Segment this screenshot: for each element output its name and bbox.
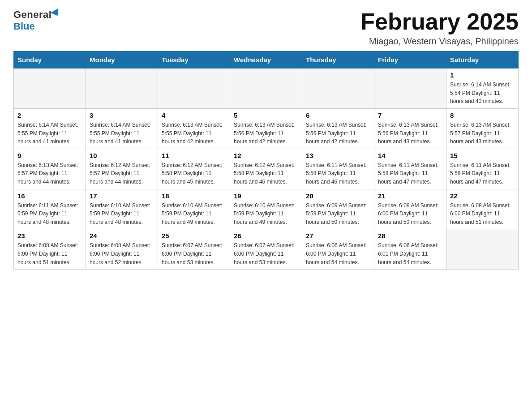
day-number: 18 [162,192,226,200]
calendar-day-cell: 9Sunrise: 6:13 AM Sunset: 5:57 PM Daylig… [14,149,86,189]
page-header: General Blue February 2025 Miagao, Weste… [13,9,519,47]
calendar-day-cell: 12Sunrise: 6:12 AM Sunset: 5:58 PM Dayli… [230,149,302,189]
calendar-day-cell [374,68,446,109]
calendar-day-cell: 1Sunrise: 6:14 AM Sunset: 5:54 PM Daylig… [446,68,519,109]
calendar-day-cell: 18Sunrise: 6:10 AM Sunset: 5:59 PM Dayli… [158,189,230,229]
day-info: Sunrise: 6:13 AM Sunset: 5:56 PM Dayligh… [234,121,298,146]
calendar-day-cell: 10Sunrise: 6:12 AM Sunset: 5:57 PM Dayli… [86,149,158,189]
day-info: Sunrise: 6:12 AM Sunset: 5:58 PM Dayligh… [234,161,298,186]
calendar-day-cell [302,68,374,109]
calendar-day-cell: 26Sunrise: 6:07 AM Sunset: 6:00 PM Dayli… [230,229,302,270]
title-block: February 2025 Miagao, Western Visayas, P… [360,9,519,47]
calendar-day-cell: 19Sunrise: 6:10 AM Sunset: 5:59 PM Dayli… [230,189,302,229]
day-number: 10 [90,152,154,159]
day-info: Sunrise: 6:08 AM Sunset: 6:00 PM Dayligh… [17,241,82,266]
day-of-week-header: Sunday [14,51,86,68]
calendar-day-cell [86,68,158,109]
calendar-day-cell [230,68,302,109]
day-number: 26 [234,232,298,240]
calendar-day-cell: 5Sunrise: 6:13 AM Sunset: 5:56 PM Daylig… [230,108,302,149]
calendar-day-cell: 27Sunrise: 6:06 AM Sunset: 6:00 PM Dayli… [302,229,374,270]
day-number: 8 [450,111,515,119]
day-info: Sunrise: 6:14 AM Sunset: 5:55 PM Dayligh… [17,121,82,146]
calendar-day-cell: 22Sunrise: 6:08 AM Sunset: 6:00 PM Dayli… [446,189,519,229]
calendar-subtitle: Miagao, Western Visayas, Philippines [360,36,519,47]
day-info: Sunrise: 6:13 AM Sunset: 5:55 PM Dayligh… [162,121,226,146]
calendar-day-cell: 4Sunrise: 6:13 AM Sunset: 5:55 PM Daylig… [158,108,230,149]
calendar-day-cell: 13Sunrise: 6:11 AM Sunset: 5:58 PM Dayli… [302,149,374,189]
calendar-day-cell: 3Sunrise: 6:14 AM Sunset: 5:55 PM Daylig… [86,108,158,149]
logo-blue-text: Blue [13,21,35,32]
logo-triangle-icon [51,8,61,18]
calendar-week-row: 23Sunrise: 6:08 AM Sunset: 6:00 PM Dayli… [14,229,519,270]
day-number: 12 [234,152,298,159]
day-number: 22 [450,192,515,200]
day-info: Sunrise: 6:13 AM Sunset: 5:56 PM Dayligh… [306,121,370,146]
day-number: 13 [306,152,370,159]
day-info: Sunrise: 6:14 AM Sunset: 5:55 PM Dayligh… [90,121,154,146]
day-number: 2 [17,111,82,119]
day-number: 17 [90,192,154,200]
day-number: 4 [162,111,226,119]
day-info: Sunrise: 6:09 AM Sunset: 6:00 PM Dayligh… [378,201,442,227]
day-number: 5 [234,111,298,119]
day-number: 23 [17,232,82,240]
calendar-day-cell: 14Sunrise: 6:11 AM Sunset: 5:58 PM Dayli… [374,149,446,189]
calendar-day-cell: 17Sunrise: 6:10 AM Sunset: 5:59 PM Dayli… [86,189,158,229]
calendar-day-cell: 8Sunrise: 6:13 AM Sunset: 5:57 PM Daylig… [446,108,519,149]
day-info: Sunrise: 6:11 AM Sunset: 5:58 PM Dayligh… [306,161,370,186]
day-number: 24 [90,232,154,240]
calendar-day-cell: 24Sunrise: 6:08 AM Sunset: 6:00 PM Dayli… [86,229,158,270]
calendar-table: SundayMondayTuesdayWednesdayThursdayFrid… [13,51,519,270]
day-info: Sunrise: 6:10 AM Sunset: 5:59 PM Dayligh… [234,201,298,227]
calendar-day-cell: 25Sunrise: 6:07 AM Sunset: 6:00 PM Dayli… [158,229,230,270]
calendar-day-cell: 7Sunrise: 6:13 AM Sunset: 5:56 PM Daylig… [374,108,446,149]
calendar-week-row: 2Sunrise: 6:14 AM Sunset: 5:55 PM Daylig… [14,108,519,149]
day-info: Sunrise: 6:10 AM Sunset: 5:59 PM Dayligh… [162,201,226,227]
calendar-day-cell: 28Sunrise: 6:06 AM Sunset: 6:01 PM Dayli… [374,229,446,270]
calendar-day-cell [158,68,230,109]
day-of-week-header: Friday [374,51,446,68]
day-info: Sunrise: 6:06 AM Sunset: 6:01 PM Dayligh… [378,241,442,266]
day-of-week-header: Wednesday [230,51,302,68]
calendar-week-row: 1Sunrise: 6:14 AM Sunset: 5:54 PM Daylig… [14,68,519,109]
day-info: Sunrise: 6:09 AM Sunset: 5:59 PM Dayligh… [306,201,370,227]
calendar-day-cell: 6Sunrise: 6:13 AM Sunset: 5:56 PM Daylig… [302,108,374,149]
day-info: Sunrise: 6:06 AM Sunset: 6:00 PM Dayligh… [306,241,370,266]
calendar-day-cell: 15Sunrise: 6:11 AM Sunset: 5:58 PM Dayli… [446,149,519,189]
day-info: Sunrise: 6:13 AM Sunset: 5:56 PM Dayligh… [378,121,442,146]
day-info: Sunrise: 6:11 AM Sunset: 5:58 PM Dayligh… [378,161,442,186]
day-info: Sunrise: 6:07 AM Sunset: 6:00 PM Dayligh… [234,241,298,266]
day-number: 15 [450,152,515,159]
calendar-day-cell: 23Sunrise: 6:08 AM Sunset: 6:00 PM Dayli… [14,229,86,270]
calendar-day-cell: 11Sunrise: 6:12 AM Sunset: 5:58 PM Dayli… [158,149,230,189]
logo-general-text: General [13,9,51,21]
day-of-week-header: Monday [86,51,158,68]
calendar-day-cell [446,229,519,270]
calendar-day-cell: 16Sunrise: 6:11 AM Sunset: 5:59 PM Dayli… [14,189,86,229]
day-of-week-header: Saturday [446,51,519,68]
day-number: 11 [162,152,226,159]
day-info: Sunrise: 6:13 AM Sunset: 5:57 PM Dayligh… [450,121,515,146]
day-of-week-header: Thursday [302,51,374,68]
day-of-week-header: Tuesday [158,51,230,68]
day-number: 16 [17,192,82,200]
day-number: 9 [17,152,82,159]
day-number: 7 [378,111,442,119]
calendar-title: February 2025 [360,9,519,34]
day-info: Sunrise: 6:12 AM Sunset: 5:58 PM Dayligh… [162,161,226,186]
calendar-day-cell: 20Sunrise: 6:09 AM Sunset: 5:59 PM Dayli… [302,189,374,229]
day-number: 6 [306,111,370,119]
logo: General Blue [13,9,61,32]
day-info: Sunrise: 6:08 AM Sunset: 6:00 PM Dayligh… [450,201,515,227]
day-info: Sunrise: 6:11 AM Sunset: 5:59 PM Dayligh… [17,201,82,227]
calendar-week-row: 16Sunrise: 6:11 AM Sunset: 5:59 PM Dayli… [14,189,519,229]
day-number: 19 [234,192,298,200]
day-number: 14 [378,152,442,159]
day-number: 27 [306,232,370,240]
calendar-day-cell [14,68,86,109]
day-info: Sunrise: 6:13 AM Sunset: 5:57 PM Dayligh… [17,161,82,186]
day-number: 20 [306,192,370,200]
day-info: Sunrise: 6:07 AM Sunset: 6:00 PM Dayligh… [162,241,226,266]
day-info: Sunrise: 6:08 AM Sunset: 6:00 PM Dayligh… [90,241,154,266]
